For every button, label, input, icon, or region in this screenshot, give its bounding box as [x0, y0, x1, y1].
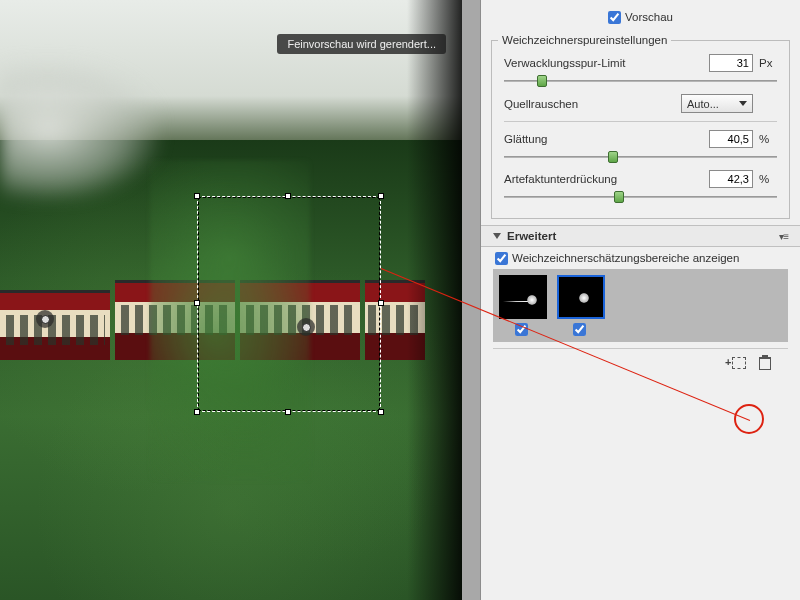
artifact-slider[interactable] [504, 190, 777, 204]
show-regions-label: Weichzeichnerschätzungsbereiche anzeigen [512, 252, 739, 264]
render-status-badge: Feinvorschau wird gerendert... [277, 34, 446, 54]
source-noise-value: Auto... [687, 98, 719, 110]
estimation-thumb[interactable] [557, 275, 605, 319]
add-estimation-region-button[interactable] [730, 355, 748, 371]
estimation-pin-center[interactable] [297, 318, 315, 336]
show-regions-checkbox[interactable] [495, 252, 508, 265]
estimation-thumbnails [493, 269, 788, 342]
artifact-input[interactable] [709, 170, 753, 188]
estimation-toolbar [493, 348, 788, 371]
source-noise-dropdown[interactable]: Auto... [681, 94, 753, 113]
blur-trace-legend: Weichzeichnerspureinstellungen [498, 34, 671, 46]
trace-bounds-label: Verwacklungsspur-Limit [504, 57, 703, 69]
unit-percent: % [759, 133, 777, 145]
trace-bounds-input[interactable] [709, 54, 753, 72]
add-selection-icon [732, 357, 746, 369]
artifact-label: Artefaktunterdrückung [504, 173, 703, 185]
disclosure-triangle-icon [493, 233, 501, 239]
preview-checkbox[interactable] [608, 11, 621, 24]
trash-icon [759, 357, 771, 370]
unit-px: Px [759, 57, 777, 69]
shake-reduction-panel: Vorschau Weichzeichnerspureinstellungen … [480, 0, 800, 600]
annotation-circle [734, 404, 764, 434]
preview-label: Vorschau [625, 11, 673, 23]
image-canvas[interactable]: Feinvorschau wird gerendert... [0, 0, 480, 600]
advanced-title: Erweitert [507, 230, 773, 242]
flyout-menu-icon[interactable]: ▾≡ [779, 231, 788, 242]
delete-estimation-region-button[interactable] [756, 355, 774, 371]
chevron-down-icon [739, 101, 747, 106]
trace-bounds-slider[interactable] [504, 74, 777, 88]
advanced-header[interactable]: Erweitert ▾≡ [481, 225, 800, 247]
selection-marquee[interactable] [197, 196, 381, 412]
blur-trace-settings-group: Weichzeichnerspureinstellungen Verwacklu… [491, 34, 790, 219]
smoothing-input[interactable] [709, 130, 753, 148]
source-noise-label: Quellrauschen [504, 98, 675, 110]
estimation-thumb[interactable] [499, 275, 547, 319]
smoothing-label: Glättung [504, 133, 703, 145]
estimation-thumb-checkbox[interactable] [573, 323, 586, 336]
estimation-pin[interactable] [36, 310, 54, 328]
smoothing-slider[interactable] [504, 150, 777, 164]
unit-percent: % [759, 173, 777, 185]
